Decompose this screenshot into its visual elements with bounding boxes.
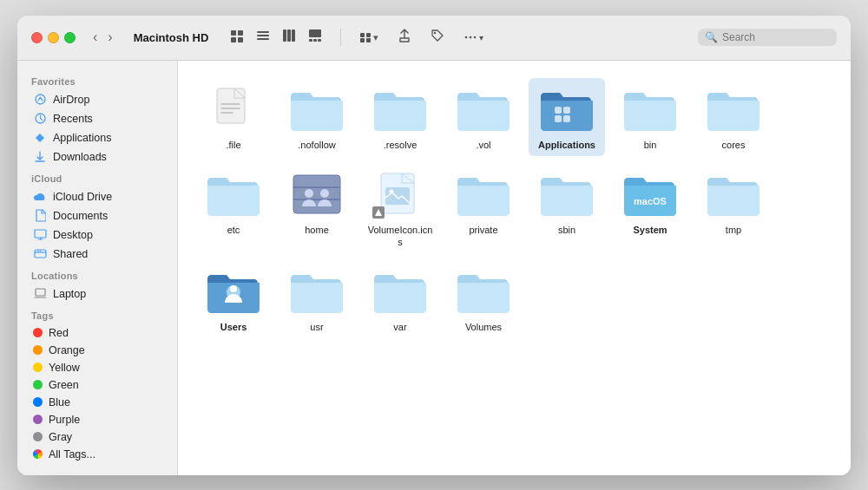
applications-label: Applications xyxy=(53,132,111,144)
sidebar-item-recents[interactable]: Recents xyxy=(21,109,174,128)
file-icon-wrap xyxy=(371,265,430,317)
favorites-label: Favorites xyxy=(17,69,177,90)
file-name: .nofollow xyxy=(298,139,335,151)
green-tag-dot xyxy=(33,380,43,389)
file-name: Users xyxy=(220,321,247,333)
close-button[interactable] xyxy=(31,32,43,43)
list-item[interactable]: usr xyxy=(279,260,355,338)
sidebar-item-downloads[interactable]: Downloads xyxy=(21,147,174,167)
sidebar-item-tag-blue[interactable]: Blue xyxy=(21,394,174,411)
list-item[interactable]: .vol xyxy=(445,78,522,156)
sidebar-item-tag-green[interactable]: Green xyxy=(21,376,174,394)
file-name: .vol xyxy=(476,139,490,151)
file-icon-wrap xyxy=(704,168,763,220)
forward-button[interactable]: › xyxy=(104,28,115,47)
svg-rect-35 xyxy=(555,115,562,122)
list-item[interactable]: VolumeIcon.icns xyxy=(362,163,438,254)
list-item[interactable]: .nofollow xyxy=(279,78,355,156)
nav-buttons: ‹ › xyxy=(89,28,116,47)
laptop-icon xyxy=(33,287,47,301)
file-icon-wrap xyxy=(287,83,346,135)
list-item[interactable]: .file xyxy=(195,78,272,156)
list-item[interactable]: macOS System xyxy=(612,163,688,254)
shared-icon xyxy=(33,247,47,261)
sidebar-item-tag-orange[interactable]: Orange xyxy=(21,342,174,359)
list-item[interactable]: bin xyxy=(612,78,688,156)
icloud-drive-label: iCloud Drive xyxy=(53,191,112,203)
sidebar-item-tag-gray[interactable]: Gray xyxy=(21,428,174,446)
group-by-button[interactable]: ▾ xyxy=(355,29,383,46)
svg-rect-28 xyxy=(36,289,45,296)
file-name: private xyxy=(469,224,497,236)
svg-point-18 xyxy=(434,32,436,34)
minimize-button[interactable] xyxy=(48,32,59,43)
sidebar-item-airdrop[interactable]: AirDrop xyxy=(21,90,174,109)
svg-rect-24 xyxy=(35,230,46,238)
system-folder-icon: macOS xyxy=(622,171,678,218)
more-button[interactable]: ▾ xyxy=(459,28,488,47)
fullscreen-button[interactable] xyxy=(64,32,76,43)
orange-tag-dot xyxy=(33,345,43,355)
folder-icon xyxy=(539,171,595,218)
sidebar-item-desktop[interactable]: Desktop xyxy=(21,225,174,245)
svg-point-45 xyxy=(390,189,394,193)
file-icon-wrap xyxy=(454,265,513,317)
list-item[interactable]: Users xyxy=(195,260,272,338)
yellow-tag-label: Yellow xyxy=(49,362,80,374)
file-icon-wrap xyxy=(704,83,763,135)
sidebar-item-applications[interactable]: Applications xyxy=(21,128,174,147)
search-box[interactable]: 🔍 xyxy=(698,29,837,46)
list-item[interactable]: etc xyxy=(195,163,272,254)
sidebar-item-documents[interactable]: Documents xyxy=(21,206,174,225)
file-name: VolumeIcon.icns xyxy=(365,224,435,249)
sidebar-item-tag-purple[interactable]: Purple xyxy=(21,411,174,428)
list-item[interactable]: home xyxy=(279,163,355,254)
sidebar-item-tag-red[interactable]: Red xyxy=(21,324,174,342)
list-item[interactable]: tmp xyxy=(695,163,772,254)
folder-icon xyxy=(456,171,511,218)
svg-rect-33 xyxy=(555,107,562,114)
file-icon-wrap xyxy=(287,168,346,220)
svg-rect-17 xyxy=(366,38,371,42)
svg-rect-7 xyxy=(283,29,286,42)
share-button[interactable] xyxy=(393,26,416,49)
sidebar-item-laptop[interactable]: Laptop xyxy=(21,284,174,304)
image-file-icon xyxy=(379,172,421,217)
svg-rect-4 xyxy=(257,31,269,33)
back-button[interactable]: ‹ xyxy=(89,28,101,47)
orange-tag-label: Orange xyxy=(49,344,85,356)
search-input[interactable] xyxy=(722,31,826,43)
list-item[interactable]: cores xyxy=(695,78,772,156)
sidebar-item-icloud-drive[interactable]: iCloud Drive xyxy=(21,187,174,206)
sidebar-item-all-tags[interactable]: All Tags... xyxy=(21,446,174,463)
svg-rect-16 xyxy=(360,38,365,42)
sidebar-item-shared[interactable]: Shared xyxy=(21,245,174,264)
svg-rect-13 xyxy=(318,39,321,42)
list-item[interactable]: var xyxy=(362,260,438,338)
toolbar: ‹ › Macintosh HD ▾ xyxy=(17,16,851,61)
svg-rect-44 xyxy=(385,187,410,205)
list-item[interactable]: Volumes xyxy=(445,260,522,338)
file-name: tmp xyxy=(726,224,741,236)
tag-button[interactable] xyxy=(426,26,449,49)
list-item[interactable]: Applications xyxy=(529,78,605,156)
svg-point-42 xyxy=(320,189,329,198)
file-icon-wrap xyxy=(537,168,596,220)
file-icon-wrap xyxy=(371,83,430,135)
list-view-button[interactable] xyxy=(252,26,274,49)
icon-view-button[interactable] xyxy=(226,27,248,49)
finder-window: ‹ › Macintosh HD ▾ xyxy=(17,16,851,475)
list-item[interactable]: sbin xyxy=(529,163,605,254)
list-item[interactable]: private xyxy=(445,163,522,254)
list-item[interactable]: .resolve xyxy=(362,78,438,156)
shared-label: Shared xyxy=(53,248,88,260)
gallery-view-button[interactable] xyxy=(304,26,326,49)
file-name: sbin xyxy=(558,224,575,236)
file-icon-wrap xyxy=(204,168,263,220)
svg-rect-9 xyxy=(292,29,295,42)
svg-rect-10 xyxy=(309,29,321,37)
svg-rect-8 xyxy=(287,29,291,42)
column-view-button[interactable] xyxy=(278,26,300,49)
svg-point-20 xyxy=(470,36,472,39)
sidebar-item-tag-yellow[interactable]: Yellow xyxy=(21,359,174,376)
